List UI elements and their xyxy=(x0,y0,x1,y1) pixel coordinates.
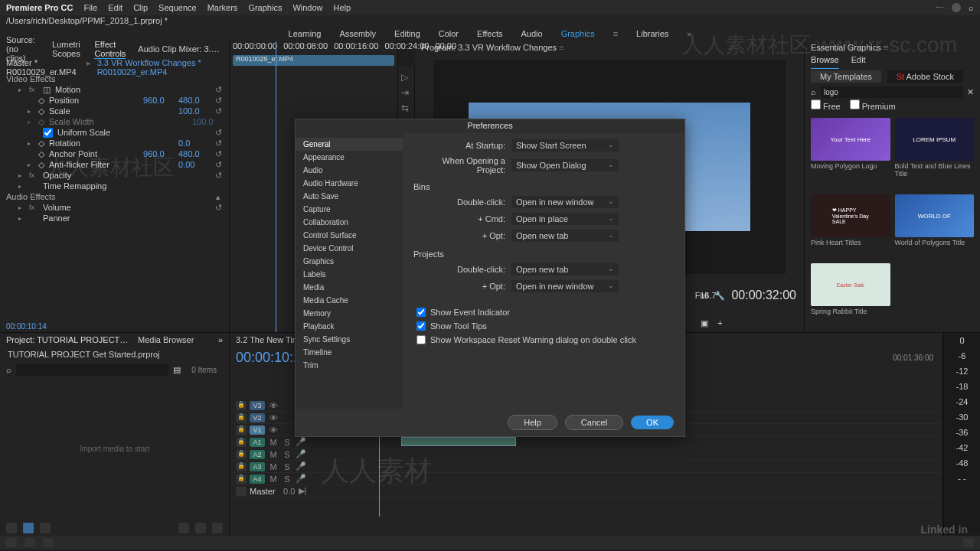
cat-collaboration[interactable]: Collaboration xyxy=(296,216,403,229)
my-templates-button[interactable]: My Templates xyxy=(811,70,881,83)
lock-icon[interactable]: 🔒 xyxy=(236,401,247,410)
tab-lumetri[interactable]: Lumetri Scopes xyxy=(52,40,82,58)
project-empty-state[interactable]: Import media to start xyxy=(0,377,229,520)
menu-file[interactable]: File xyxy=(83,3,97,12)
stopwatch-icon[interactable]: ◇ xyxy=(38,96,44,106)
tab-media-browser[interactable]: Media Browser xyxy=(138,335,194,344)
cat-audio[interactable]: Audio xyxy=(296,164,403,177)
eg-search-input[interactable] xyxy=(821,86,962,98)
nested-clip-link[interactable]: 3.3 VR Workflow Changes * R0010029_er.MP… xyxy=(97,58,223,69)
cancel-button[interactable]: Cancel xyxy=(565,415,623,430)
track-a3[interactable]: 🔒A3MS🎤 xyxy=(230,461,942,473)
prop-position[interactable]: ◇Position960.0480.0↺ xyxy=(6,95,223,106)
show-tooltips-checkbox[interactable] xyxy=(416,321,426,331)
cat-general[interactable]: General xyxy=(296,138,403,151)
adobe-stock-button[interactable]: St Adobe Stock xyxy=(887,70,963,83)
lock-icon[interactable]: 🔒 xyxy=(236,413,247,422)
toggle-output-icon[interactable]: 👁 xyxy=(268,425,279,435)
ws-graphics[interactable]: Graphics xyxy=(561,29,595,38)
bins-cmd-select[interactable]: Open in place⌄ xyxy=(511,213,619,225)
filter-bin-icon[interactable]: ▤ xyxy=(173,365,181,375)
eg-item[interactable]: WORLD OFWorld of Polygons Title xyxy=(895,194,975,259)
safe-margins-icon[interactable]: ▣ xyxy=(701,318,708,328)
uniform-scale-checkbox[interactable] xyxy=(43,128,53,138)
show-event-indicator-checkbox[interactable] xyxy=(416,308,426,317)
new-item-icon[interactable] xyxy=(195,523,206,533)
ws-effects[interactable]: Effects xyxy=(477,29,502,38)
voice-over-icon[interactable]: 🎤 xyxy=(296,437,306,447)
cat-control-surface[interactable]: Control Surface xyxy=(296,229,403,242)
menu-edit[interactable]: Edit xyxy=(108,3,122,12)
cat-sync-settings[interactable]: Sync Settings xyxy=(296,333,403,346)
menu-window[interactable]: Window xyxy=(292,3,322,12)
menu-sequence[interactable]: Sequence xyxy=(158,3,197,12)
filter-premium[interactable]: Premium xyxy=(850,99,896,113)
sb-icon[interactable] xyxy=(963,538,974,547)
cat-capture[interactable]: Capture xyxy=(296,203,403,216)
prop-anti-flicker[interactable]: ▸◇Anti-flicker Filter0.00↺ xyxy=(6,159,223,170)
track-a1[interactable]: 🔒A1MS🎤 xyxy=(230,436,942,448)
eg-tab-edit[interactable]: Edit xyxy=(851,55,866,69)
toggle-output-icon[interactable]: 👁 xyxy=(268,413,279,422)
cat-auto-save[interactable]: Auto Save xyxy=(296,190,403,203)
prop-scale[interactable]: ▸◇Scale100.0↺ xyxy=(6,106,223,116)
clear-search-icon[interactable]: ✕ xyxy=(967,87,974,97)
ws-libraries[interactable]: Libraries xyxy=(636,29,668,38)
cat-appearance[interactable]: Appearance xyxy=(296,151,403,164)
ws-learning[interactable]: Learning xyxy=(289,29,322,38)
eg-tab-browse[interactable]: Browse xyxy=(811,55,839,69)
ws-audio[interactable]: Audio xyxy=(521,29,542,38)
cloud-icon[interactable]: ⋯ xyxy=(936,3,944,13)
proj-opt-select[interactable]: Open in new window⌄ xyxy=(511,280,619,292)
effect-time-remapping[interactable]: ▸Time Remapping xyxy=(6,181,223,191)
proj-dblclick-select[interactable]: Open new tab⌄ xyxy=(511,263,619,276)
freeform-view-icon[interactable] xyxy=(40,523,51,533)
track-master[interactable]: Master0.0▶| xyxy=(230,485,942,497)
cat-graphics[interactable]: Graphics xyxy=(296,255,403,268)
bins-dblclick-select[interactable]: Open in new window⌄ xyxy=(511,196,619,208)
sb-icon[interactable] xyxy=(24,538,35,547)
prop-uniform-scale[interactable]: Uniform Scale↺ xyxy=(6,127,223,138)
menu-markers[interactable]: Markers xyxy=(207,3,238,12)
cat-memory[interactable]: Memory xyxy=(296,307,403,320)
master-clip[interactable]: Master * R0010029_er.MP4 xyxy=(6,58,80,69)
menu-help[interactable]: Help xyxy=(334,3,351,12)
effect-panner[interactable]: ▸Panner xyxy=(6,213,223,223)
cat-timeline[interactable]: Timeline xyxy=(296,346,403,359)
bins-opt-select[interactable]: Open new tab⌄ xyxy=(511,230,619,242)
track-a4[interactable]: 🔒A4MS🎤 xyxy=(230,473,942,485)
selection-tool-icon[interactable]: ▷ xyxy=(401,72,412,83)
stopwatch-icon[interactable]: ◇ xyxy=(38,106,44,116)
playhead[interactable] xyxy=(276,41,276,332)
ripple-edit-icon[interactable]: ⇆ xyxy=(401,103,412,113)
cat-media-cache[interactable]: Media Cache xyxy=(296,294,403,307)
ok-button[interactable]: OK xyxy=(631,416,674,429)
cat-media[interactable]: Media xyxy=(296,281,403,294)
effect-opacity[interactable]: ▸fxOpacity↺ xyxy=(6,170,223,181)
effect-volume[interactable]: ▸fxVolume↺ xyxy=(6,202,223,213)
filter-free[interactable]: Free xyxy=(811,99,841,113)
sb-icon[interactable] xyxy=(43,538,54,547)
cat-playback[interactable]: Playback xyxy=(296,320,403,333)
eg-item[interactable]: LOREM IPSUMBold Text and Blue Lines Titl… xyxy=(895,118,975,190)
tab-audio-mixer[interactable]: Audio Clip Mixer: 3.3 VR Workflow Change… xyxy=(138,44,223,54)
workspace-reset-warning-checkbox[interactable] xyxy=(416,335,426,344)
button-editor-icon[interactable]: + xyxy=(717,318,722,328)
menu-graphics[interactable]: Graphics xyxy=(248,3,282,12)
ws-overflow[interactable]: » xyxy=(687,29,691,38)
prop-rotation[interactable]: ▸◇Rotation0.0↺ xyxy=(6,138,223,148)
cat-trim[interactable]: Trim xyxy=(296,359,403,372)
ws-editing[interactable]: Editing xyxy=(394,29,420,38)
user-avatar[interactable] xyxy=(952,3,961,12)
eg-item[interactable]: ❤ HAPPYValentine's DaySALEPink Heart Tit… xyxy=(811,194,890,259)
cat-audio-hardware[interactable]: Audio Hardware xyxy=(296,177,403,190)
help-button[interactable]: Help xyxy=(508,415,557,430)
track-select-icon[interactable]: ⇥ xyxy=(401,87,412,98)
list-view-icon[interactable] xyxy=(6,523,17,533)
effect-motion[interactable]: ▸fx◫Motion↺ xyxy=(6,84,223,95)
tab-effect-controls[interactable]: Effect Controls xyxy=(94,40,126,59)
cat-device-control[interactable]: Device Control xyxy=(296,242,403,255)
track-a2[interactable]: 🔒A2MS🎤 xyxy=(230,448,942,461)
icon-view-icon[interactable] xyxy=(23,523,34,533)
startup-select[interactable]: Show Start Screen⌄ xyxy=(511,139,619,152)
